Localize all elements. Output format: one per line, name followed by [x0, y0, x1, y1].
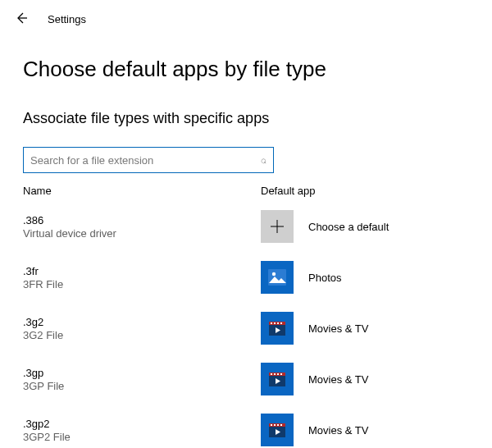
svg-rect-5 [277, 322, 279, 324]
app-label: Movies & TV [308, 322, 368, 335]
default-app-button[interactable]: Movies & TV [261, 414, 368, 446]
file-extension: .386 [23, 214, 261, 226]
svg-rect-11 [277, 373, 279, 375]
app-label: Choose a default [308, 221, 389, 233]
content-area: Choose default apps by file type Associa… [0, 34, 492, 446]
header-bar: Settings [0, 0, 492, 34]
list-item: .3gp2 3GP2 File Movies & TV [23, 414, 469, 446]
svg-rect-18 [280, 424, 282, 426]
svg-rect-9 [271, 373, 272, 375]
search-box[interactable]: ⌕ [23, 147, 274, 173]
page-title: Choose default apps by file type [23, 57, 469, 82]
file-type-info: .386 Virtual device driver [23, 214, 261, 240]
file-description: 3G2 File [23, 329, 261, 341]
search-input[interactable] [30, 154, 261, 167]
back-button[interactable] [10, 8, 33, 30]
svg-rect-6 [280, 322, 282, 324]
file-description: Virtual device driver [23, 227, 261, 240]
svg-rect-3 [271, 322, 272, 324]
svg-rect-10 [274, 373, 276, 375]
svg-point-1 [272, 272, 276, 276]
file-extension: .3fr [23, 265, 261, 277]
file-description: 3FR File [23, 278, 261, 290]
app-label: Photos [308, 272, 341, 284]
default-app-button[interactable]: Movies & TV [261, 312, 368, 345]
photos-app-icon [261, 261, 294, 294]
search-icon: ⌕ [261, 154, 266, 166]
list-item: .3gp 3GP File Movies & TV [23, 363, 469, 395]
svg-rect-15 [271, 424, 272, 426]
file-type-info: .3g2 3G2 File [23, 316, 261, 341]
file-extension: .3gp [23, 367, 261, 379]
file-type-info: .3fr 3FR File [23, 265, 261, 290]
column-name-header: Name [23, 185, 261, 197]
list-item: .3fr 3FR File Photos [23, 261, 469, 294]
list-item: .3g2 3G2 File Movies & TV [23, 312, 469, 345]
svg-rect-17 [277, 424, 279, 426]
file-description: 3GP2 File [23, 431, 261, 443]
default-app-button[interactable]: Photos [261, 261, 341, 294]
back-arrow-icon [15, 11, 28, 25]
app-label: Movies & TV [308, 373, 368, 386]
file-type-list: .386 Virtual device driver Choose a defa… [23, 210, 469, 446]
movies-tv-app-icon [261, 414, 294, 446]
file-description: 3GP File [23, 380, 261, 392]
svg-rect-16 [274, 424, 276, 426]
section-title: Associate file types with specific apps [23, 110, 469, 127]
default-app-button[interactable]: Choose a default [261, 210, 389, 243]
columns-header: Name Default app [23, 185, 469, 197]
svg-rect-4 [274, 322, 276, 324]
list-item: .386 Virtual device driver Choose a defa… [23, 210, 469, 243]
default-app-button[interactable]: Movies & TV [261, 363, 368, 395]
file-type-info: .3gp2 3GP2 File [23, 418, 261, 443]
svg-rect-12 [280, 373, 282, 375]
file-extension: .3g2 [23, 316, 261, 328]
column-app-header: Default app [261, 185, 469, 197]
movies-tv-app-icon [261, 363, 294, 395]
movies-tv-app-icon [261, 312, 294, 345]
header-title: Settings [48, 13, 86, 25]
file-type-info: .3gp 3GP File [23, 367, 261, 392]
app-label: Movies & TV [308, 424, 368, 437]
plus-icon [261, 210, 294, 243]
file-extension: .3gp2 [23, 418, 261, 430]
